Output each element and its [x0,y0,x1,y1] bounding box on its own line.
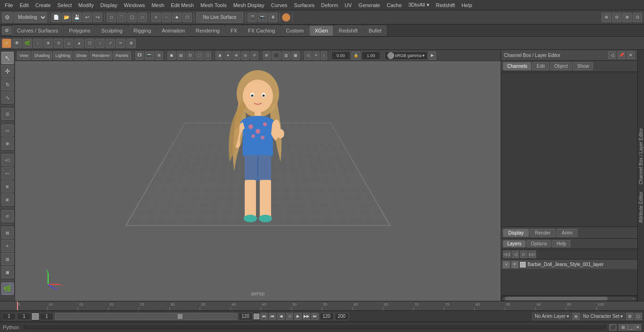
menu-generate[interactable]: Generate [355,1,383,9]
tab-bullet[interactable]: Bullet [363,25,387,36]
menu-display[interactable]: Display [98,1,120,9]
camera-icon[interactable]: 📷 [258,13,267,22]
range-end-field[interactable]: 120 [320,313,334,320]
menu-uv[interactable]: UV [342,1,355,9]
menu-mesh-tools[interactable]: Mesh Tools [198,1,229,9]
menu-mesh[interactable]: Mesh [149,1,167,9]
anim-layer-icon-1[interactable]: ⊕ [572,313,580,320]
current-frame-field[interactable]: 1 [17,313,31,320]
menu-create[interactable]: Create [33,1,54,9]
pb-go-end-btn[interactable]: ⏭ [311,313,319,320]
layer-fwd-icon[interactable]: ▷▷ [528,251,536,258]
vp-cam-icon[interactable]: 🎞 [135,51,144,60]
layer-p-btn[interactable]: P [512,261,518,268]
xgen-brush-tool[interactable]: 🌿 [1,283,14,295]
timeline-slider[interactable] [55,313,238,320]
soft-select-tool[interactable]: ◎ [1,108,14,120]
xgen-icon-12[interactable]: ✂ [116,39,125,48]
channel-box-pin-icon[interactable]: 📌 [618,51,625,59]
tab-settings-icon[interactable]: ⚙ [2,26,11,35]
tab-show[interactable]: Show [573,62,593,70]
vp-icon-e[interactable]: ◁ [304,51,312,60]
undo-icon[interactable]: ↩ [83,13,92,22]
layer-next-icon[interactable]: ▷ [520,251,528,258]
new-file-icon[interactable]: 📄 [51,13,61,22]
xgen-icon-10[interactable]: ↕ [95,39,105,48]
layout-icon-3[interactable]: ⊠ [622,13,632,22]
xgen-icon-13[interactable]: ⊞ [126,39,136,48]
paint-tool-icon[interactable]: ◯ [127,13,137,22]
vp-toggle-4[interactable]: ⬚ [195,51,204,60]
save-file-icon[interactable]: 💾 [72,13,82,22]
menu-cache[interactable]: Cache [384,1,405,9]
tab-fx-caching[interactable]: FX Caching [243,25,280,36]
max-frame-field[interactable]: 200 [335,313,349,320]
snap-point-icon[interactable]: ◆ [172,13,182,22]
tab-sculpting[interactable]: Sculpting [96,25,128,36]
vp-toggle-5[interactable]: □ [205,51,212,60]
frame-field-3[interactable]: 1 [40,313,54,320]
vp-arrow-icon[interactable]: ▶ [429,51,436,60]
tab-curves-surfaces[interactable]: Curves / Surfaces [12,25,63,36]
vp-toggle-2[interactable]: ▤ [177,51,185,60]
menu-curves[interactable]: Curves [268,1,290,9]
sculpt-tool-2[interactable]: +○ [1,167,14,179]
rotate-tool[interactable]: ↻ [1,78,14,90]
tab-fx[interactable]: FX [225,25,242,36]
orient-tool[interactable]: ⊕ [1,138,14,150]
python-icon[interactable]: ⬛ [609,324,617,331]
tab-rigging[interactable]: Rigging [128,25,156,36]
tool-5[interactable]: ↺ [1,210,14,222]
vp-value1[interactable]: 0.00 [331,51,350,60]
redo-icon[interactable]: ↪ [93,13,102,22]
rect-select-tool[interactable]: ▭ [1,124,14,137]
marquee-icon[interactable]: □ [138,13,147,22]
panels-menu-btn[interactable]: Panels [113,51,131,60]
tool-6[interactable]: ▤ [1,227,14,239]
layer-v-btn[interactable]: V [503,261,510,268]
time-ruler[interactable]: 5 10 15 20 25 30 35 40 45 [17,301,627,310]
settings-icon[interactable]: ⚙ [2,12,13,23]
tab-options[interactable]: Options [527,240,551,247]
vp-icon-c[interactable]: ▥ [282,51,290,60]
no-anim-layer-dropdown[interactable]: No Anim Layer ▾ [532,313,571,320]
vp-icon-f[interactable]: ≡ [313,51,320,60]
xgen-icon-11[interactable]: ⤢ [106,39,115,48]
open-file-icon[interactable]: 📂 [62,13,71,22]
layer-color-swatch[interactable] [520,262,526,267]
menu-3dtoall[interactable]: 3DtoAll ▾ [405,1,432,9]
no-char-set-dropdown[interactable]: No Character Set ▾ [581,313,625,320]
channel-box-side-label[interactable]: Channel Box / Layer Editor [638,126,644,186]
vp-icon-a[interactable]: ⊞ [263,51,271,60]
hardware-render-icon[interactable] [282,13,290,22]
tab-edit[interactable]: Edit [532,62,549,70]
vp-toggle-3[interactable]: ⊡ [186,51,194,60]
sculpt-tool-3[interactable]: ⊞ [1,180,14,193]
vp-colorspace[interactable]: sRGB gamma ▾ [385,51,428,60]
vp-lock-icon[interactable]: 🔒 [351,51,361,60]
tab-display[interactable]: Display [503,229,529,237]
tab-render[interactable]: Render [530,229,556,237]
view-menu-btn[interactable]: View [17,51,31,60]
xgen-icon-7[interactable]: △ [64,39,74,48]
tab-polygons[interactable]: Polygons [64,25,95,36]
minimize-icon[interactable]: _ [628,324,635,331]
menu-edit-mesh[interactable]: Edit Mesh [168,1,197,9]
window-icon[interactable]: ⊞ [619,324,628,331]
menu-edit[interactable]: Edit [17,1,32,9]
char-set-icon-2[interactable]: ⬡ [635,313,642,320]
python-input[interactable] [23,324,607,331]
menu-windows[interactable]: Windows [121,1,148,9]
vp-shading-3[interactable]: ⊕ [232,51,240,60]
scrollbar-thumb[interactable] [505,297,608,300]
layer-prev-icon[interactable]: ◁ [512,251,519,258]
vp-icon-g[interactable]: ↕ [321,51,327,60]
menu-select[interactable]: Select [55,1,75,9]
pb-next-btn[interactable]: ▶▶ [303,313,310,320]
renderview-icon[interactable]: 🖥 [268,13,278,22]
viewport-3d[interactable]: persp x y z [15,61,501,301]
no-live-surface-btn[interactable]: No Live Surface [196,12,243,23]
vp-shading-2[interactable]: ● [224,51,231,60]
layout-icon-1[interactable]: ⊞ [602,13,611,22]
vp-icon-b[interactable]: ⬛ [272,51,281,60]
